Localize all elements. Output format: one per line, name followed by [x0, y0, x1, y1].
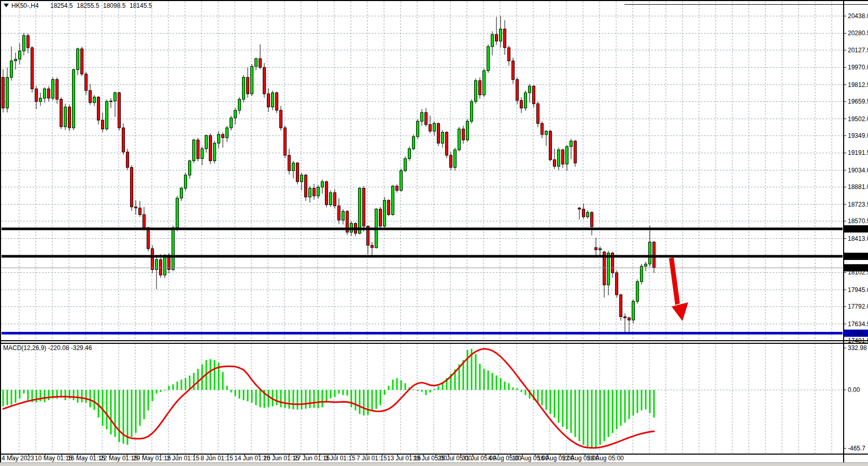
price-tick-label: 18570.5: [848, 217, 868, 225]
left-border: [0, 1, 1, 463]
price-tick-label: 19191.5: [848, 149, 868, 156]
symbol-title: HK50-,H4: [11, 2, 39, 9]
price-panel-surface[interactable]: [2, 9, 843, 340]
price-tick-label: 20438.0: [848, 12, 868, 20]
macd-panel-surface[interactable]: [2, 343, 843, 453]
bottom-strip-edge: [0, 462, 868, 463]
price-tick-label: 20127.5: [848, 47, 868, 54]
panel-separator-top: [0, 340, 868, 341]
price-tick-label: 17945.0: [848, 286, 868, 294]
price-tick-label: 19502.0: [848, 115, 868, 123]
price-tick-label: 17481.5: [848, 337, 868, 344]
chart-header: HK50-,H4 18254.5 18255.5 18098.5 18145.5: [4, 2, 152, 9]
price-box-label: 18250.0: [846, 253, 868, 260]
time-axis-label: 28 Aug 05:00: [587, 455, 624, 462]
macd-tick-label: 0.00: [848, 386, 860, 394]
price-box-label: 18145.5: [846, 264, 868, 271]
ohlc-high: 18255.5: [77, 2, 99, 9]
inner-top-border: [624, 4, 868, 5]
bottom-strip: [0, 463, 868, 466]
price-tick-label: 20280.5: [848, 30, 868, 37]
ohlc-open: 18254.5: [50, 2, 73, 9]
price-tick-label: 17792.0: [848, 303, 868, 310]
price-tick-label: 18413.0: [848, 235, 868, 242]
chart-window: HK50-,H4 18254.5 18255.5 18098.5 18145.5…: [0, 0, 868, 466]
price-tick-label: 19970.0: [848, 64, 868, 71]
top-border: [0, 0, 868, 1]
ohlc-close: 18145.5: [130, 2, 152, 9]
symbol-dropdown-icon[interactable]: [4, 4, 9, 7]
ohlc-low: 18098.5: [103, 2, 126, 9]
time-axis-label: 8 Jun 01:15: [201, 455, 233, 462]
time-axis-label: 29 May 01:15: [133, 455, 171, 462]
time-axis-label: 4 May 2023: [2, 455, 34, 462]
price-tick-label: 19349.0: [848, 132, 868, 139]
macd-tick-label: 332.98: [848, 344, 867, 352]
price-box-label: 17550.0: [846, 330, 868, 337]
time-axis-label: 2 Jun 01:15: [167, 455, 200, 462]
price-chart[interactable]: HK50-,H4 18254.5 18255.5 18098.5 18145.5…: [0, 0, 868, 466]
axis-vertical-border: [843, 1, 844, 463]
price-tick-label: 18723.5: [848, 201, 868, 208]
price-tick-label: 18881.0: [848, 183, 868, 191]
price-tick-label: 19812.5: [848, 81, 868, 89]
macd-tick-label: -465.7: [848, 445, 865, 452]
time-axis-label: 3 Jul 01:15: [325, 455, 355, 462]
price-tick-label: 19034.0: [848, 167, 868, 174]
price-box-label: 18500.0: [846, 225, 868, 232]
price-tick-label: 17634.5: [848, 321, 868, 328]
price-tick-label: 19659.5: [848, 98, 868, 105]
time-axis-label: 22 May 01:15: [100, 455, 138, 462]
